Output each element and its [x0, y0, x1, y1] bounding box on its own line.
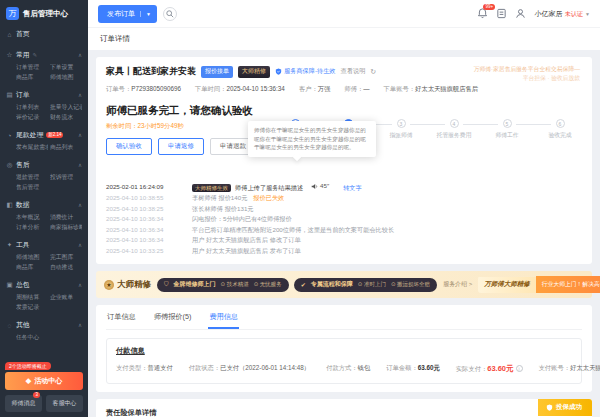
banner-promo-card[interactable]: 万师傅大师精修 行业大师上门！解决高价值高难度产品维修	[478, 276, 600, 293]
voice-transcript-tooltip: 师傅你在干嘛呢是女生的男生女生穿越你是的呢你在干嘛呢是女生的男生女生穿越你是的呢…	[248, 121, 376, 157]
master-refit-banner: ★大师精修 ⛉金牌维修师上门⊙ 技术精湛⊙ 无忧服务✔专属流程和保障⊙ 准时上门…	[96, 271, 592, 298]
payment-section-title: 付款信息	[116, 346, 572, 356]
meta-label: 客户：	[299, 85, 318, 92]
search-button[interactable]	[163, 7, 177, 21]
chevron-up-icon[interactable]: ∧	[78, 282, 82, 288]
log-text: 用户 好太太天猫旗舰店售后 修改了订单	[192, 236, 301, 243]
sidebar-item-下单设置[interactable]: 下单设置	[50, 63, 82, 72]
chevron-up-icon[interactable]: ∧	[78, 242, 82, 248]
log-text: 张长林师傅 报价131元	[192, 205, 254, 212]
sidebar-item-订单分析[interactable]: 订单分析	[16, 223, 48, 232]
log-text: 用户 好太太天猫旗舰店售后 发布了订单	[192, 247, 301, 254]
pill-title: 金牌维修师上门	[174, 280, 216, 289]
sidebar-item-任务中心[interactable]: 任务中心	[16, 333, 48, 342]
transcribe-link[interactable]: 转文字	[343, 184, 362, 191]
log-time: 2025-04-10 10:36:34	[106, 235, 184, 246]
notification-bell-button[interactable]: 99+	[477, 8, 488, 19]
field-label: 付款状态：	[189, 364, 220, 371]
sidebar-section-header[interactable]: ▤订单∧	[6, 87, 82, 103]
sidebar-item-商品库[interactable]: 商品库	[16, 73, 48, 82]
chevron-up-icon[interactable]: ∧	[78, 132, 82, 138]
sidebar-item-商品列表[interactable]: 商品列表	[50, 143, 82, 152]
sidebar-item-订单管理[interactable]: 订单管理	[16, 63, 48, 72]
aftersale-icon: ◎	[6, 161, 13, 169]
field-value: 钱包	[358, 364, 371, 371]
sidebar-section-header[interactable]: ◔尾款处理新2.14∧	[6, 127, 82, 143]
申请返修-button[interactable]: 申请返修	[158, 138, 204, 155]
sidebar-item-师傅地图[interactable]: 师傅地图	[16, 253, 48, 262]
shield-icon	[275, 68, 282, 75]
view-note-link[interactable]: 查看说明	[341, 67, 366, 76]
chevron-up-icon[interactable]: ∧	[78, 92, 82, 98]
sidebar-section: ◧数据∧本年概况消费统计订单分析商家指标诊断	[6, 197, 82, 232]
master-message-button[interactable]: 师傅消息3	[5, 395, 42, 412]
service-center-button[interactable]: 客服中心	[46, 395, 83, 412]
other-icon: ◌	[6, 322, 13, 329]
message-count-badge: 3	[33, 392, 40, 398]
service-intro-link[interactable]: 服务介绍 >	[443, 280, 472, 289]
shield-icon	[546, 404, 553, 411]
sidebar-section-header[interactable]: ✦工具∧	[6, 237, 82, 253]
sidebar: 万 售后管理中心 ⌂首页☆常用✎∧订单管理下单设置商品库师傅地图▤订单∧订单列表…	[0, 0, 88, 417]
sidebar-section: ◔尾款处理新2.14∧发布尾款需求商品列表	[6, 127, 82, 152]
sidebar-item-周期结算[interactable]: 周期结算	[16, 293, 48, 302]
sidebar-item-投诉管理[interactable]: 投诉管理	[50, 173, 82, 182]
sidebar-links: 退款管理投诉管理售后管理	[6, 173, 82, 192]
sidebar-item-订单列表[interactable]: 订单列表	[16, 103, 48, 112]
guarantee-link[interactable]: 服务商保障-待生效	[275, 67, 336, 76]
chevron-down-icon: ▼	[585, 11, 590, 17]
sidebar-section-header[interactable]: ◌其他∧	[6, 317, 82, 333]
log-content: 用户 好太太天猫旗舰店售后 发布了订单	[192, 246, 301, 257]
sidebar-nav: ⌂首页☆常用✎∧订单管理下单设置商品库师傅地图▤订单∧订单列表批量导入记录评价记…	[0, 26, 88, 350]
chevron-up-icon[interactable]: ∧	[78, 322, 82, 328]
info-icon[interactable]: i	[516, 365, 523, 372]
sidebar-item-自动推送[interactable]: 自动推送	[50, 263, 82, 272]
sidebar-item-售后管理[interactable]: 售后管理	[16, 183, 48, 192]
chevron-up-icon[interactable]: ∧	[78, 162, 82, 168]
log-time: 2025-04-10 10:33:25	[106, 246, 184, 257]
tab-师傅报价(5)[interactable]: 师傅报价(5)	[153, 305, 193, 329]
order-meta: 订单号：P7293805090696下单时间：2025-04-10 15:36:…	[106, 85, 582, 94]
sidebar-item-商品库[interactable]: 商品库	[16, 263, 48, 272]
refresh-icon[interactable]: ↻	[370, 68, 376, 76]
sidebar-section-header[interactable]: ▣总包∧	[6, 277, 82, 293]
order-status-title: 师傅已服务完工，请您确认验收	[106, 104, 582, 118]
sidebar-item-本年概况[interactable]: 本年概况	[16, 213, 48, 222]
sidebar-item-企业账单[interactable]: 企业账单	[50, 293, 82, 302]
log-text: 李树师傅 报价140元	[192, 194, 247, 201]
tab-费用信息[interactable]: 费用信息	[208, 305, 239, 329]
data-icon: ◧	[6, 201, 13, 209]
log-extra-note: 报价已失效	[253, 194, 284, 201]
activity-center-button[interactable]: ◆活动中心	[5, 372, 83, 390]
voice-message-chip[interactable]: 45″	[311, 181, 329, 192]
sidebar-item-商家指标诊断[interactable]: 商家指标诊断	[50, 223, 82, 232]
sidebar-section-header[interactable]: ☆常用✎∧	[6, 47, 82, 63]
sidebar-item-发票记录[interactable]: 发票记录	[16, 303, 48, 312]
sidebar-item-师傅地图[interactable]: 师傅地图	[50, 73, 82, 82]
user-account-button[interactable]	[515, 8, 526, 19]
sidebar-item-财务流水[interactable]: 财务流水	[50, 113, 82, 122]
sidebar-section-header[interactable]: ◎售后∧	[6, 157, 82, 173]
edit-icon[interactable]: ✎	[33, 52, 38, 58]
log-time: 2025-04-10 10:36:34	[106, 214, 184, 225]
publish-order-button[interactable]: 发布订单▼	[98, 5, 157, 23]
chevron-up-icon[interactable]: ∧	[78, 52, 82, 58]
sidebar-item-完工图库[interactable]: 完工图库	[50, 253, 82, 262]
field-value: 普通支付	[147, 364, 172, 371]
chevron-down-icon[interactable]: ▼	[140, 11, 151, 17]
order-meta-item: 师傅：—	[344, 85, 369, 94]
field-label: 付款方式：	[326, 364, 357, 371]
tab-订单信息[interactable]: 订单信息	[106, 305, 137, 329]
sidebar-item-发布尾款需求[interactable]: 发布尾款需求	[16, 143, 48, 152]
sidebar-item-退款管理[interactable]: 退款管理	[16, 173, 48, 182]
sidebar-item-评价记录[interactable]: 评价记录	[16, 113, 48, 122]
sidebar-item-消费统计[interactable]: 消费统计	[50, 213, 82, 222]
order-list-button[interactable]	[496, 8, 507, 19]
sidebar-section: ◎售后∧退款管理投诉管理售后管理	[6, 157, 82, 192]
chevron-up-icon[interactable]: ∧	[78, 202, 82, 208]
sidebar-section-header[interactable]: ⌂首页	[6, 26, 82, 42]
确认验收-button[interactable]: 确认验收	[106, 138, 152, 155]
sidebar-item-批量导入记录[interactable]: 批量导入记录	[50, 103, 82, 112]
account-menu[interactable]: 小亿家居未认证▼	[534, 9, 590, 19]
sidebar-section-header[interactable]: ◧数据∧	[6, 197, 82, 213]
